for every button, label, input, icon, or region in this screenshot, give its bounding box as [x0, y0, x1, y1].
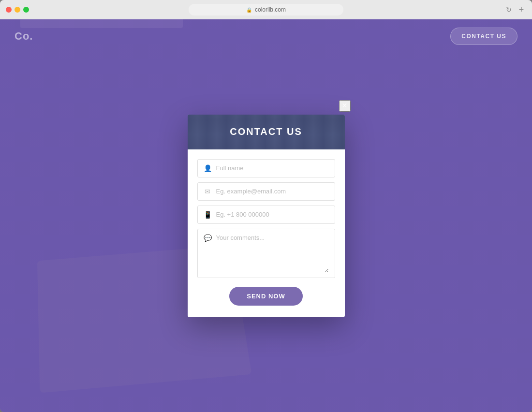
- name-field-wrapper: 👤: [197, 159, 335, 177]
- person-icon: 👤: [204, 164, 211, 172]
- modal-header: CONTACT US: [188, 115, 345, 149]
- modal-form: 👤 ✉ 📱: [188, 149, 345, 317]
- browser-window: 🔒 colorlib.com ↻ + Co. CONTACT US ×: [0, 0, 532, 412]
- minimize-window-button[interactable]: [15, 7, 20, 13]
- email-input[interactable]: [216, 188, 329, 195]
- maximize-window-button[interactable]: [23, 7, 29, 13]
- comments-input[interactable]: [216, 234, 329, 273]
- traffic-lights: [6, 7, 29, 13]
- name-input[interactable]: [216, 164, 329, 172]
- modal-close-button[interactable]: ×: [339, 100, 351, 112]
- refresh-icon[interactable]: ↻: [506, 6, 512, 14]
- titlebar: 🔒 colorlib.com ↻ +: [0, 0, 532, 19]
- phone-field-wrapper: 📱: [197, 206, 335, 224]
- close-window-button[interactable]: [6, 7, 12, 13]
- phone-icon: 📱: [204, 211, 211, 219]
- modal-title: CONTACT US: [188, 115, 345, 149]
- url-text: colorlib.com: [255, 6, 286, 13]
- send-button[interactable]: SEND NOW: [229, 287, 303, 306]
- phone-input[interactable]: [216, 211, 329, 218]
- email-icon: ✉: [204, 188, 211, 195]
- contact-modal: CONTACT US 👤 ✉: [188, 115, 345, 317]
- comment-icon: 💬: [204, 234, 211, 242]
- comments-field-wrapper: 💬: [197, 229, 335, 278]
- url-bar[interactable]: 🔒 colorlib.com: [189, 4, 343, 15]
- page-content: Co. CONTACT US × CONTACT US: [0, 19, 532, 412]
- modal-container: × CONTACT US 👤: [188, 115, 345, 317]
- modal-overlay: × CONTACT US 👤: [0, 19, 532, 412]
- new-tab-button[interactable]: +: [517, 5, 526, 15]
- email-field-wrapper: ✉: [197, 182, 335, 201]
- lock-icon: 🔒: [246, 7, 252, 13]
